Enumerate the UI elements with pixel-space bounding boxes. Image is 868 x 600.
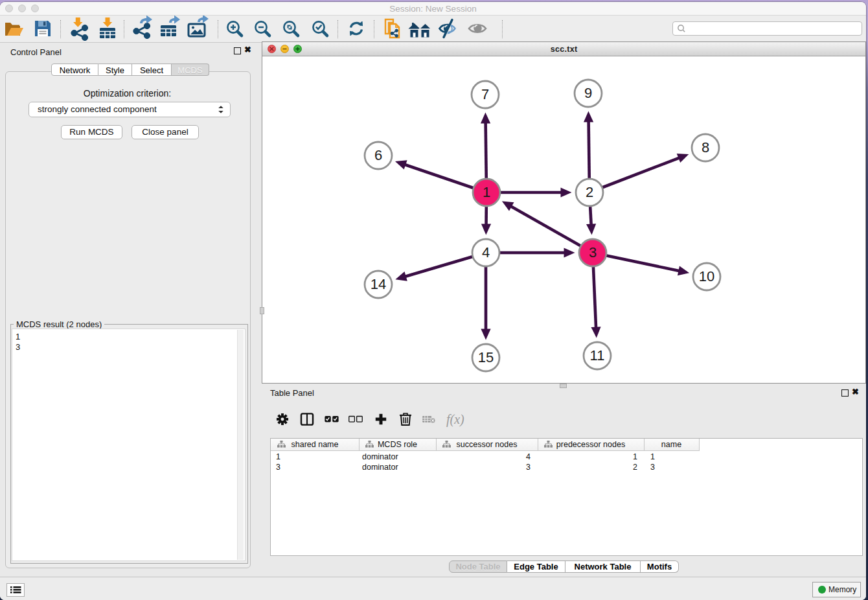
svg-text:14: 14 (371, 276, 386, 292)
svg-text:11: 11 (590, 347, 605, 363)
svg-text:2: 2 (586, 184, 593, 200)
svg-text:8: 8 (702, 139, 709, 156)
svg-text:9: 9 (584, 85, 592, 101)
svg-text:f(x): f(x) (446, 412, 464, 427)
svg-text:7: 7 (481, 86, 489, 102)
svg-text:6: 6 (374, 147, 382, 163)
svg-text:10: 10 (699, 268, 714, 284)
svg-text:4: 4 (482, 244, 490, 260)
svg-text:1: 1 (483, 184, 490, 200)
svg-text:15: 15 (478, 349, 494, 365)
svg-text:3: 3 (589, 244, 597, 260)
